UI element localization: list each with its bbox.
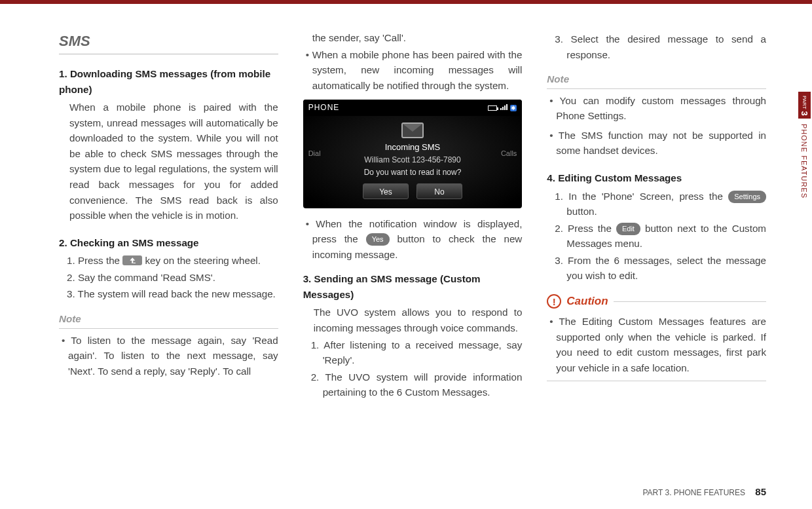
caution-rule [614, 301, 766, 302]
bluetooth-icon: ✱ [510, 105, 517, 111]
step-press-settings-b: button. [566, 206, 597, 217]
heading-send-sms: 3. Sending an SMS message (Custom Messag… [303, 271, 523, 302]
note-bullet-1: To listen to the message again, say 'Rea… [59, 333, 278, 379]
phone-title: PHONE [308, 102, 340, 114]
section-title: SMS [59, 30, 278, 54]
caution-bullet: The Editing Custom Messages features are… [547, 314, 766, 375]
column-3: 3. Select the desired message to send a … [547, 30, 766, 402]
para-download-sms: When a mobile phone is paired with the s… [59, 100, 278, 223]
envelope-icon [401, 123, 424, 138]
side-section-label: PHONE FEATURES [800, 124, 808, 198]
phone-status-icons: ✱ [488, 102, 517, 114]
caution-label: Caution [566, 293, 608, 310]
column-1: SMS 1. Downloading SMS messages (from mo… [59, 30, 278, 402]
edit-button-badge: Edit [616, 223, 640, 235]
battery-icon [488, 105, 497, 111]
phone-line3: Do you want to read it now? [303, 166, 523, 179]
step-press-key: 1. Press the key on the steering wheel. [59, 253, 278, 269]
column-2: the sender, say 'Call'. When a mobile ph… [303, 30, 523, 402]
phone-popup: Incoming SMS William Scott 123-456-7890 … [303, 116, 523, 199]
signal-icon [500, 102, 507, 114]
bullet-paired-notify: When a mobile phone has been paired with… [303, 47, 523, 94]
caution-icon: ! [547, 294, 561, 309]
phone-screenshot: PHONE ✱ Dial Calls Incoming SMS William … [303, 100, 523, 208]
side-part-badge: PART 3 [798, 92, 811, 119]
phone-no-button[interactable]: No [416, 183, 462, 199]
caution-end-rule [547, 381, 766, 381]
settings-button-badge: Settings [728, 191, 766, 203]
phone-statusbar: PHONE ✱ [303, 100, 523, 116]
step-press-key-a: 1. Press the [67, 255, 122, 266]
phone-line1: Incoming SMS [303, 141, 523, 154]
step-press-settings-a: 1. In the 'Phone' Screen, press the [555, 191, 728, 202]
page-footer: PART 3. PHONE FEATURES 85 [642, 486, 766, 497]
footer-page-number: 85 [755, 486, 766, 497]
caution-heading: ! Caution [547, 293, 766, 310]
phone-line2: William Scott 123-456-7890 [303, 154, 523, 166]
heading-download-sms: 1. Downloading SMS messages (from mobile… [59, 66, 278, 97]
heading-check-sms: 2. Checking an SMS message [59, 235, 278, 251]
step-readback: 3. The system will read back the new mes… [59, 286, 278, 302]
phone-yes-button[interactable]: Yes [363, 183, 409, 199]
step-say-read-sms: 2. Say the command 'Read SMS'. [59, 270, 278, 286]
side-tab: PART 3 PHONE FEATURES [796, 92, 812, 201]
yes-button-badge: Yes [366, 233, 390, 246]
para-sender-call: the sender, say 'Call'. [303, 30, 523, 46]
step-uvo-info: 2. The UVO system will provide informati… [303, 369, 523, 400]
steering-key-icon [122, 255, 142, 265]
note-heading-2: Note [547, 71, 766, 89]
heading-edit-custom: 4. Editing Custom Messages [547, 170, 766, 186]
phone-left-label: Dial [308, 148, 321, 159]
step-press-key-b: key on the steering wheel. [142, 255, 261, 266]
step-say-reply: 1. After listening to a received message… [303, 337, 523, 368]
para-uvo-respond: The UVO system allows you to respond to … [303, 305, 523, 335]
step-select-message: 3. Select the desired message to send a … [547, 31, 766, 62]
side-part-word: PART [802, 96, 807, 109]
step-press-edit: 2. Press the Edit button next to the Cus… [547, 221, 766, 252]
phone-right-label: Calls [501, 148, 517, 159]
step-select-edit-msg: 3. From the 6 messages, select the messa… [547, 253, 766, 284]
step-press-edit-a: 2. Press the [555, 223, 616, 234]
bullet-press-yes: When the notification window is displaye… [303, 216, 523, 263]
note-bullet-support: The SMS function may not be supported in… [547, 128, 766, 159]
step-press-settings: 1. In the 'Phone' Screen, press the Sett… [547, 189, 766, 219]
page-content: SMS 1. Downloading SMS messages (from mo… [0, 4, 812, 421]
note-bullet-modify: You can modify custom messages through P… [547, 93, 766, 124]
note-heading-1: Note [59, 311, 278, 329]
side-part-num: 3 [800, 111, 809, 115]
footer-text: PART 3. PHONE FEATURES [642, 488, 745, 497]
